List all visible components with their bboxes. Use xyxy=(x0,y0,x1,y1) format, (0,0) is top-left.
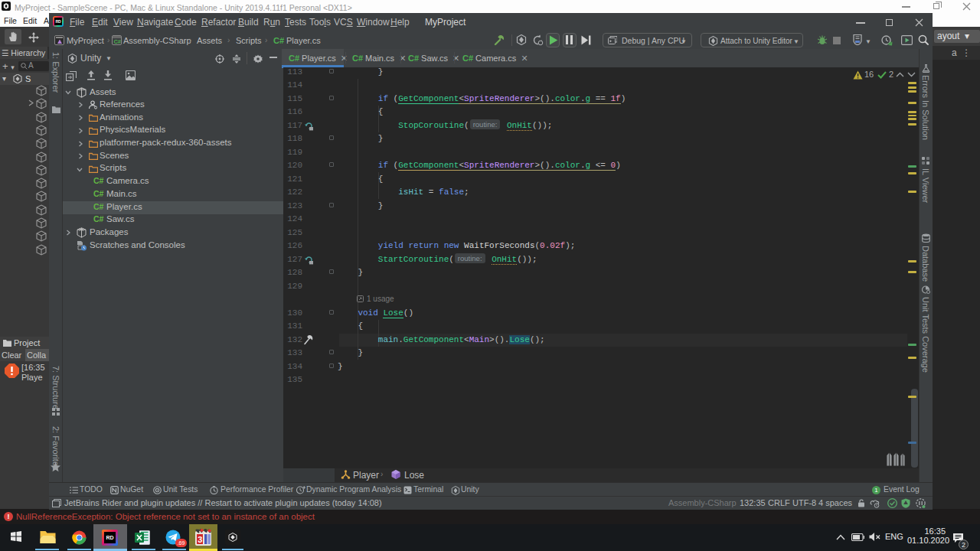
svg-text:3: 3 xyxy=(198,535,202,544)
svg-text:C#: C# xyxy=(113,38,121,45)
